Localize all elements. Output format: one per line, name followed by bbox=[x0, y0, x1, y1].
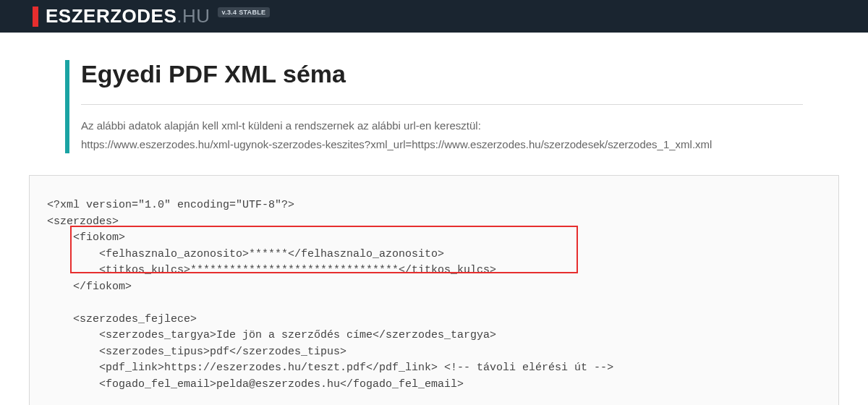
code-block: <?xml version="1.0" encoding="UTF-8"?> <… bbox=[29, 175, 839, 405]
page-title: Egyedi PDF XML séma bbox=[81, 60, 803, 88]
logo[interactable]: ESZERZODES.HU v.3.4 STABLE bbox=[33, 5, 270, 27]
intro-text: Az alábbi adatok alapján kell xml-t küld… bbox=[81, 116, 803, 153]
code-line: </fiokom> bbox=[47, 281, 132, 293]
code-line: <pdf_link>https://eszerzodes.hu/teszt.pd… bbox=[47, 362, 613, 374]
topbar: ESZERZODES.HU v.3.4 STABLE bbox=[0, 0, 868, 33]
logo-tld: .HU bbox=[176, 5, 210, 27]
code-line: <titkos_kulcs>**************************… bbox=[47, 264, 496, 276]
divider bbox=[81, 104, 803, 105]
logo-main: ESZERZODES bbox=[46, 5, 176, 27]
code-line: <?xml version="1.0" encoding="UTF-8"?> bbox=[47, 199, 294, 211]
code-line: <fiokom> bbox=[47, 231, 125, 244]
code-line: <szerzodes_tipus>pdf</szerzodes_tipus> bbox=[47, 346, 346, 358]
xml-code: <?xml version="1.0" encoding="UTF-8"?> <… bbox=[47, 197, 821, 393]
title-block: Egyedi PDF XML séma Az alábbi adatok ala… bbox=[65, 60, 803, 153]
intro-line-1: Az alábbi adatok alapján kell xml-t küld… bbox=[81, 116, 803, 135]
logo-text: ESZERZODES.HU bbox=[46, 5, 210, 27]
content: Egyedi PDF XML séma Az alábbi adatok ala… bbox=[0, 33, 868, 405]
logo-mark-icon bbox=[33, 7, 38, 27]
code-line: <szerzodes_fejlece> bbox=[47, 313, 197, 325]
code-line: <felhasznalo_azonosito>******</felhaszna… bbox=[47, 248, 444, 260]
code-line: <szerzodes_targya>Ide jön a szerződés cí… bbox=[47, 329, 496, 341]
code-line: <szerzodes> bbox=[47, 216, 119, 228]
code-line: <fogado_fel_email>pelda@eszerzodes.hu</f… bbox=[47, 378, 464, 391]
version-badge: v.3.4 STABLE bbox=[218, 7, 271, 17]
intro-line-2: https://www.eszerzodes.hu/xml-ugynok-sze… bbox=[81, 135, 803, 154]
